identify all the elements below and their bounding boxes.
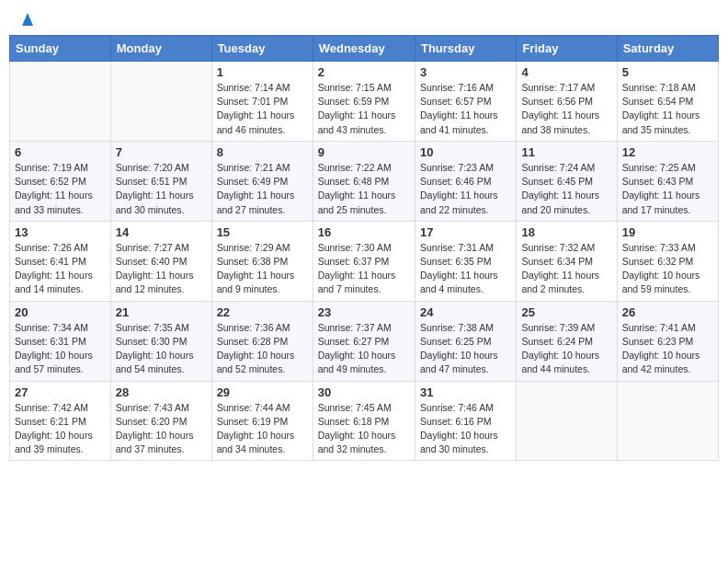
calendar-cell: 12Sunrise: 7:25 AMSunset: 6:43 PMDayligh… bbox=[617, 141, 718, 221]
day-number: 16 bbox=[318, 225, 410, 239]
day-info: Sunrise: 7:15 AMSunset: 6:59 PMDaylight:… bbox=[318, 81, 410, 137]
day-number: 1 bbox=[217, 65, 308, 79]
calendar-cell: 25Sunrise: 7:39 AMSunset: 6:24 PMDayligh… bbox=[517, 301, 617, 381]
calendar-week-5: 27Sunrise: 7:42 AMSunset: 6:21 PMDayligh… bbox=[10, 381, 719, 461]
day-info: Sunrise: 7:33 AMSunset: 6:32 PMDaylight:… bbox=[622, 241, 713, 297]
day-info: Sunrise: 7:20 AMSunset: 6:51 PMDaylight:… bbox=[116, 161, 207, 217]
day-info: Sunrise: 7:30 AMSunset: 6:37 PMDaylight:… bbox=[318, 241, 410, 297]
calendar-cell: 13Sunrise: 7:26 AMSunset: 6:41 PMDayligh… bbox=[10, 221, 111, 301]
calendar-body: 1Sunrise: 7:14 AMSunset: 7:01 PMDaylight… bbox=[10, 62, 719, 461]
day-info: Sunrise: 7:21 AMSunset: 6:49 PMDaylight:… bbox=[217, 161, 308, 217]
weekday-header-wednesday: Wednesday bbox=[313, 36, 415, 62]
day-info: Sunrise: 7:32 AMSunset: 6:34 PMDaylight:… bbox=[521, 241, 611, 297]
calendar-cell: 5Sunrise: 7:18 AMSunset: 6:54 PMDaylight… bbox=[617, 62, 718, 142]
calendar-cell: 7Sunrise: 7:20 AMSunset: 6:51 PMDaylight… bbox=[110, 141, 211, 221]
calendar-cell: 29Sunrise: 7:44 AMSunset: 6:19 PMDayligh… bbox=[211, 381, 313, 461]
day-number: 17 bbox=[420, 225, 511, 239]
calendar-cell: 30Sunrise: 7:45 AMSunset: 6:18 PMDayligh… bbox=[313, 381, 415, 461]
day-number: 9 bbox=[318, 145, 410, 159]
calendar-cell: 27Sunrise: 7:42 AMSunset: 6:21 PMDayligh… bbox=[10, 381, 111, 461]
day-number: 27 bbox=[15, 385, 106, 399]
day-number: 15 bbox=[217, 225, 308, 239]
weekday-header-saturday: Saturday bbox=[617, 36, 718, 62]
day-info: Sunrise: 7:17 AMSunset: 6:56 PMDaylight:… bbox=[521, 81, 611, 137]
day-info: Sunrise: 7:42 AMSunset: 6:21 PMDaylight:… bbox=[15, 401, 106, 457]
day-number: 13 bbox=[15, 225, 106, 239]
calendar-table: SundayMondayTuesdayWednesdayThursdayFrid… bbox=[9, 35, 719, 461]
day-number: 7 bbox=[116, 145, 207, 159]
day-number: 20 bbox=[15, 305, 106, 319]
calendar-cell: 16Sunrise: 7:30 AMSunset: 6:37 PMDayligh… bbox=[313, 221, 415, 301]
day-number: 11 bbox=[521, 145, 611, 159]
day-info: Sunrise: 7:26 AMSunset: 6:41 PMDaylight:… bbox=[15, 241, 106, 297]
day-info: Sunrise: 7:19 AMSunset: 6:52 PMDaylight:… bbox=[15, 161, 106, 217]
day-number: 25 bbox=[521, 305, 611, 319]
day-info: Sunrise: 7:35 AMSunset: 6:30 PMDaylight:… bbox=[116, 321, 207, 377]
day-number: 23 bbox=[318, 305, 410, 319]
calendar-week-1: 1Sunrise: 7:14 AMSunset: 7:01 PMDaylight… bbox=[10, 62, 719, 142]
calendar-cell: 24Sunrise: 7:38 AMSunset: 6:25 PMDayligh… bbox=[415, 301, 516, 381]
calendar-cell: 28Sunrise: 7:43 AMSunset: 6:20 PMDayligh… bbox=[110, 381, 211, 461]
calendar-week-3: 13Sunrise: 7:26 AMSunset: 6:41 PMDayligh… bbox=[10, 221, 719, 301]
logo-icon bbox=[18, 9, 37, 28]
day-info: Sunrise: 7:36 AMSunset: 6:28 PMDaylight:… bbox=[217, 321, 308, 377]
calendar-cell: 1Sunrise: 7:14 AMSunset: 7:01 PMDaylight… bbox=[211, 62, 313, 142]
day-info: Sunrise: 7:16 AMSunset: 6:57 PMDaylight:… bbox=[420, 81, 511, 137]
page-header bbox=[9, 9, 719, 31]
calendar-cell: 2Sunrise: 7:15 AMSunset: 6:59 PMDaylight… bbox=[313, 62, 415, 142]
day-number: 18 bbox=[521, 225, 611, 239]
calendar-cell: 26Sunrise: 7:41 AMSunset: 6:23 PMDayligh… bbox=[617, 301, 718, 381]
calendar-cell: 8Sunrise: 7:21 AMSunset: 6:49 PMDaylight… bbox=[211, 141, 313, 221]
day-number: 2 bbox=[318, 65, 410, 79]
day-number: 29 bbox=[217, 385, 308, 399]
day-info: Sunrise: 7:41 AMSunset: 6:23 PMDaylight:… bbox=[622, 321, 713, 377]
weekday-header-friday: Friday bbox=[517, 36, 617, 62]
day-number: 26 bbox=[622, 305, 713, 319]
day-number: 28 bbox=[116, 385, 207, 399]
calendar-cell bbox=[517, 381, 617, 461]
day-number: 12 bbox=[622, 145, 713, 159]
day-number: 30 bbox=[318, 385, 410, 399]
day-number: 6 bbox=[15, 145, 106, 159]
svg-marker-0 bbox=[22, 13, 33, 26]
day-info: Sunrise: 7:31 AMSunset: 6:35 PMDaylight:… bbox=[420, 241, 511, 297]
weekday-header-thursday: Thursday bbox=[415, 36, 516, 62]
weekday-header-sunday: Sunday bbox=[10, 36, 111, 62]
day-info: Sunrise: 7:37 AMSunset: 6:27 PMDaylight:… bbox=[318, 321, 410, 377]
day-info: Sunrise: 7:27 AMSunset: 6:40 PMDaylight:… bbox=[116, 241, 207, 297]
day-info: Sunrise: 7:38 AMSunset: 6:25 PMDaylight:… bbox=[420, 321, 511, 377]
day-number: 24 bbox=[420, 305, 511, 319]
day-number: 3 bbox=[420, 65, 511, 79]
day-info: Sunrise: 7:46 AMSunset: 6:16 PMDaylight:… bbox=[420, 401, 511, 457]
day-info: Sunrise: 7:43 AMSunset: 6:20 PMDaylight:… bbox=[116, 401, 207, 457]
day-number: 19 bbox=[622, 225, 713, 239]
day-number: 10 bbox=[420, 145, 511, 159]
calendar-cell: 21Sunrise: 7:35 AMSunset: 6:30 PMDayligh… bbox=[110, 301, 211, 381]
day-number: 8 bbox=[217, 145, 308, 159]
weekday-header-row: SundayMondayTuesdayWednesdayThursdayFrid… bbox=[10, 36, 719, 62]
day-info: Sunrise: 7:14 AMSunset: 7:01 PMDaylight:… bbox=[217, 81, 308, 137]
day-number: 14 bbox=[116, 225, 207, 239]
day-info: Sunrise: 7:44 AMSunset: 6:19 PMDaylight:… bbox=[217, 401, 308, 457]
calendar-cell: 15Sunrise: 7:29 AMSunset: 6:38 PMDayligh… bbox=[211, 221, 313, 301]
calendar-cell: 9Sunrise: 7:22 AMSunset: 6:48 PMDaylight… bbox=[313, 141, 415, 221]
day-info: Sunrise: 7:34 AMSunset: 6:31 PMDaylight:… bbox=[15, 321, 106, 377]
calendar-week-2: 6Sunrise: 7:19 AMSunset: 6:52 PMDaylight… bbox=[10, 141, 719, 221]
calendar-cell bbox=[110, 62, 211, 142]
calendar-cell bbox=[10, 62, 111, 142]
weekday-header-monday: Monday bbox=[110, 36, 211, 62]
calendar-cell: 10Sunrise: 7:23 AMSunset: 6:46 PMDayligh… bbox=[415, 141, 516, 221]
calendar-cell: 14Sunrise: 7:27 AMSunset: 6:40 PMDayligh… bbox=[110, 221, 211, 301]
calendar-cell: 6Sunrise: 7:19 AMSunset: 6:52 PMDaylight… bbox=[10, 141, 111, 221]
weekday-header-tuesday: Tuesday bbox=[211, 36, 313, 62]
day-number: 4 bbox=[521, 65, 611, 79]
day-number: 31 bbox=[420, 385, 511, 399]
calendar-cell: 19Sunrise: 7:33 AMSunset: 6:32 PMDayligh… bbox=[617, 221, 718, 301]
day-info: Sunrise: 7:39 AMSunset: 6:24 PMDaylight:… bbox=[521, 321, 611, 377]
day-info: Sunrise: 7:22 AMSunset: 6:48 PMDaylight:… bbox=[318, 161, 410, 217]
day-info: Sunrise: 7:29 AMSunset: 6:38 PMDaylight:… bbox=[217, 241, 308, 297]
calendar-cell: 23Sunrise: 7:37 AMSunset: 6:27 PMDayligh… bbox=[313, 301, 415, 381]
calendar-week-4: 20Sunrise: 7:34 AMSunset: 6:31 PMDayligh… bbox=[10, 301, 719, 381]
day-info: Sunrise: 7:45 AMSunset: 6:18 PMDaylight:… bbox=[318, 401, 410, 457]
calendar-header: SundayMondayTuesdayWednesdayThursdayFrid… bbox=[10, 36, 719, 62]
